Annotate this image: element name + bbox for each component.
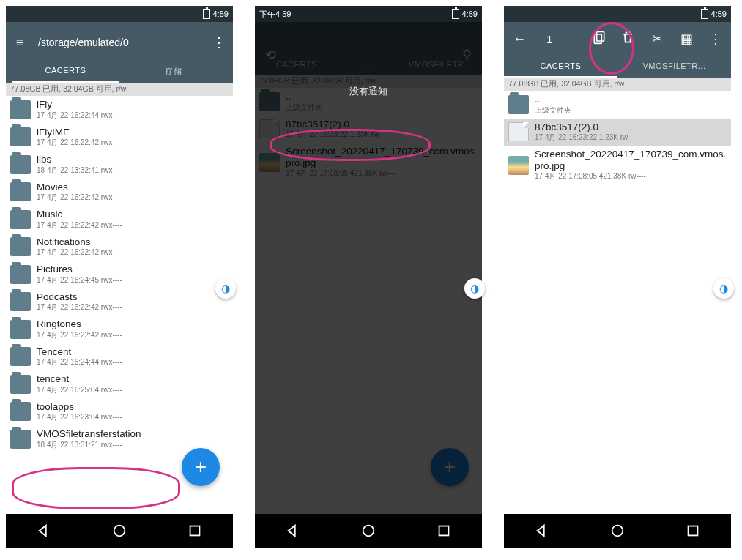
selection-action-bar: ← 1 ✂ ▦ ⋮ xyxy=(504,22,731,56)
nav-recent-icon[interactable] xyxy=(187,523,203,539)
item-name: Pictures xyxy=(37,264,229,275)
item-meta: 17 4月 22 16:24:44 rwx---- xyxy=(37,357,229,367)
status-bar: 下午4:59 4:59 xyxy=(255,6,482,22)
folder-icon xyxy=(10,402,31,421)
list-item[interactable]: Tencent17 4月 22 16:24:44 rwx---- xyxy=(6,343,233,371)
folder-icon xyxy=(10,100,31,119)
battery-icon xyxy=(203,9,210,19)
list-item[interactable]: Screenshot_20220417_170739_com.vmos.pro.… xyxy=(255,143,482,182)
floating-assistant-icon[interactable]: ◑ xyxy=(464,278,485,299)
folder-icon xyxy=(10,182,31,201)
list-item[interactable]: 87bc3517(2).017 4月 22 16:23:22 1.23K rw-… xyxy=(255,116,482,143)
tab-storage[interactable]: 存储 xyxy=(119,60,227,83)
battery-icon xyxy=(452,9,459,19)
list-item[interactable]: Screenshot_20220417_170739_com.vmos.pro.… xyxy=(504,146,731,184)
item-meta: 17 4月 22 16:25:04 rwx---- xyxy=(37,385,229,395)
file-icon xyxy=(259,119,280,138)
item-meta: 17 4月 22 16:22:44 rwx---- xyxy=(37,111,229,121)
svg-point-0 xyxy=(114,526,125,537)
delete-icon[interactable] xyxy=(620,30,636,48)
nav-back-icon[interactable] xyxy=(285,523,301,539)
list-item[interactable]: Pictures17 4月 22 16:24:45 rwx---- xyxy=(6,261,233,288)
list-item[interactable]: Music17 4月 22 16:22:42 rwx---- xyxy=(6,206,233,234)
parent-label: .. xyxy=(535,94,727,105)
overflow-icon[interactable]: ⋮ xyxy=(708,31,724,47)
nav-home-icon[interactable] xyxy=(360,523,376,539)
fab-add-button[interactable]: + xyxy=(431,448,469,486)
copy-icon[interactable] xyxy=(592,30,606,48)
storage-usage-text: 77.08GB 已用, 32.04GB 可用, r/w xyxy=(255,75,482,88)
tab-bar: CACERTS 存储 xyxy=(12,60,227,83)
item-meta: 17 4月 22 17:08:05 421.38K rw---- xyxy=(286,168,478,179)
back-arrow-icon[interactable]: ← xyxy=(511,31,527,47)
floating-assistant-icon[interactable]: ◑ xyxy=(713,278,734,299)
cut-icon[interactable]: ✂ xyxy=(649,31,665,47)
hamburger-icon[interactable]: ≡ xyxy=(12,35,28,51)
tab-middle[interactable]: ... xyxy=(333,54,404,75)
file-icon xyxy=(508,122,529,141)
file-list[interactable]: .. 上级文件夹 87bc3517(2).017 4月 22 16:23:22 … xyxy=(504,91,731,514)
list-item[interactable]: Movies17 4月 22 16:22:42 rwx---- xyxy=(6,179,233,206)
svg-rect-5 xyxy=(594,34,601,44)
list-item[interactable]: Ringtones17 4月 22 16:22:42 rwx---- xyxy=(6,316,233,343)
parent-folder-row[interactable]: .. 上级文件夹 xyxy=(255,88,482,116)
select-all-icon[interactable]: ▦ xyxy=(678,31,694,47)
phone-screenshot-1: 4:59 ≡ /storage/emulated/0 ⋮ CACERTS 存储 … xyxy=(6,6,233,548)
parent-folder-row[interactable]: .. 上级文件夹 xyxy=(504,91,731,119)
folder-icon xyxy=(10,347,31,366)
nav-back-icon[interactable] xyxy=(36,523,52,539)
parent-label: .. xyxy=(286,91,478,102)
list-item[interactable]: iFly17 4月 22 16:22:44 rwx---- xyxy=(6,96,233,124)
nav-recent-icon[interactable] xyxy=(436,523,452,539)
tab-cacerts[interactable]: CACERTS xyxy=(12,60,119,83)
floating-assistant-icon[interactable]: ◑ xyxy=(215,278,236,299)
item-name: Music xyxy=(37,209,229,220)
item-name: toolapps xyxy=(37,401,229,413)
svg-rect-4 xyxy=(597,32,604,42)
item-name: Screenshot_20220417_170739_com.vmos.pro.… xyxy=(286,146,478,168)
phone-screenshot-2: 下午4:59 4:59 ⟲ ⚲ CACERTS ... VMOSFILETR..… xyxy=(255,6,482,548)
item-name: iFly xyxy=(37,99,229,111)
battery-icon xyxy=(701,9,708,19)
tab-vmos[interactable]: VMOSFILETR... xyxy=(617,56,731,78)
folder-icon xyxy=(10,155,31,174)
item-meta: 17 4月 22 16:22:42 rwx---- xyxy=(37,330,229,340)
item-name: Podcasts xyxy=(37,291,229,303)
list-item[interactable]: Podcasts17 4月 22 16:22:42 rwx---- xyxy=(6,288,233,316)
item-meta: 17 4月 22 16:22:42 rwx---- xyxy=(37,302,229,313)
item-meta: 18 4月 22 13:32:41 rwx---- xyxy=(37,165,229,176)
tab-cacerts[interactable]: CACERTS xyxy=(504,56,617,78)
list-item[interactable]: iFlyIME17 4月 22 16:22:42 rwx---- xyxy=(6,124,233,152)
item-meta: 17 4月 22 16:22:42 rwx---- xyxy=(37,138,229,148)
status-bar: 4:59 xyxy=(504,6,731,22)
list-item[interactable]: Notifications17 4月 22 16:22:42 rwx---- xyxy=(6,234,233,261)
nav-home-icon[interactable] xyxy=(609,523,626,539)
list-item[interactable]: toolapps17 4月 22 16:23:04 rwx---- xyxy=(6,398,233,426)
status-bar: 4:59 xyxy=(6,6,233,22)
folder-icon xyxy=(259,92,280,111)
list-item[interactable]: tencent17 4月 22 16:25:04 rwx---- xyxy=(6,370,233,398)
list-item[interactable]: 87bc3517(2).017 4月 22 16:23:22 1.23K rw-… xyxy=(504,119,731,146)
item-name: libs xyxy=(37,154,229,165)
fab-add-button[interactable]: + xyxy=(182,448,220,486)
storage-usage-text: 77.08GB 已用, 32.04GB 可用, r/w xyxy=(6,83,233,96)
parent-sub: 上级文件夹 xyxy=(286,102,478,113)
clock-text: 4:59 xyxy=(462,10,478,18)
list-item[interactable]: libs18 4月 22 13:32:41 rwx---- xyxy=(6,151,233,179)
location-icon[interactable]: ⚲ xyxy=(462,47,472,63)
rotate-icon[interactable]: ⟲ xyxy=(265,47,276,63)
item-meta: 17 4月 22 17:08:05 421.38K rw---- xyxy=(535,171,727,182)
item-meta: 17 4月 22 16:22:42 rwx---- xyxy=(37,247,229,258)
svg-rect-1 xyxy=(190,526,200,536)
nav-bar xyxy=(504,514,731,548)
item-name: Screenshot_20220417_170739_com.vmos.pro.… xyxy=(535,149,727,171)
nav-home-icon[interactable] xyxy=(111,523,127,539)
item-meta: 17 4月 22 16:24:45 rwx---- xyxy=(37,275,229,285)
svg-point-6 xyxy=(612,526,623,537)
nav-recent-icon[interactable] xyxy=(685,523,701,539)
selection-count: 1 xyxy=(546,33,552,45)
nav-back-icon[interactable] xyxy=(534,523,550,539)
overflow-icon[interactable]: ⋮ xyxy=(211,34,227,51)
item-meta: 17 4月 22 16:22:42 rwx---- xyxy=(37,193,229,203)
item-name: 87bc3517(2).0 xyxy=(286,119,478,130)
